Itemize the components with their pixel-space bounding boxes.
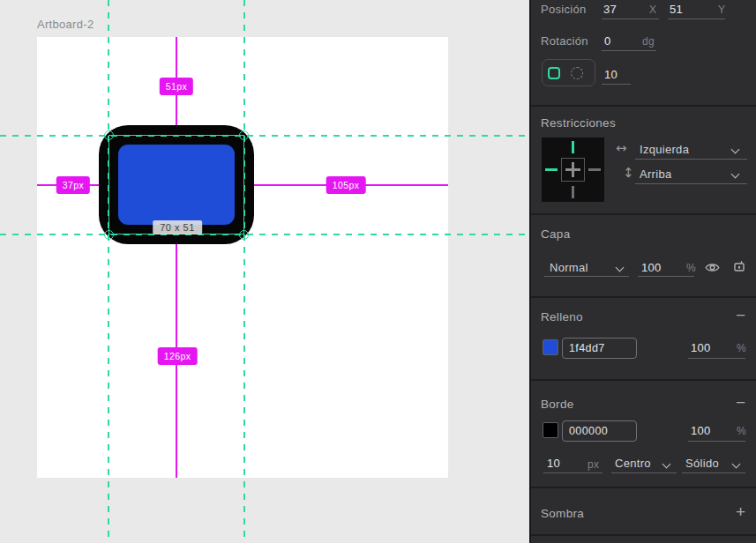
- rotation-label: Rotación: [541, 34, 588, 48]
- chevron-down-icon: [731, 170, 740, 179]
- snap-guide-left: [108, 0, 109, 543]
- chevron-down-icon: [731, 145, 740, 154]
- border-align-dropdown[interactable]: Centro: [615, 457, 651, 470]
- position-x-unit: X: [649, 4, 656, 16]
- independent-radius-icon[interactable]: [571, 67, 583, 79]
- constraints-widget[interactable]: [542, 138, 604, 202]
- unlock-icon[interactable]: [733, 258, 745, 272]
- selection-handle-bottom-right[interactable]: [239, 230, 249, 240]
- fill-hex-input[interactable]: 1f4dd7: [562, 338, 637, 359]
- measure-badge-right: 105px: [326, 176, 366, 194]
- uniform-radius-icon[interactable]: [548, 67, 560, 79]
- remove-border-button[interactable]: −: [736, 394, 745, 411]
- corner-radius-mode-group: [542, 59, 595, 86]
- chevron-down-icon: [732, 460, 741, 469]
- vertical-arrow-icon: ↕: [623, 165, 634, 181]
- snap-guide-bottom: [0, 234, 529, 235]
- properties-panel: Posición 37 X 51 Y Rotación 0 dg 10 Rest…: [529, 0, 756, 543]
- position-label: Posición: [541, 3, 587, 16]
- rotation-input[interactable]: 0: [604, 34, 611, 48]
- measure-badge-bottom: 126px: [158, 347, 198, 365]
- layer-opacity-unit: %: [686, 262, 696, 274]
- remove-fill-button[interactable]: −: [736, 307, 745, 324]
- constraint-bottom-tick[interactable]: [572, 186, 574, 198]
- border-width-input[interactable]: 10: [547, 457, 560, 470]
- border-width-unit: px: [588, 458, 599, 471]
- border-color-swatch[interactable]: [543, 422, 558, 438]
- layer-opacity-input[interactable]: 100: [641, 261, 662, 274]
- selection-handle-bottom-left[interactable]: [104, 230, 114, 240]
- blend-mode-dropdown[interactable]: Normal: [550, 261, 588, 274]
- canvas-area: Artboard-2 51px 37px 105px 126px 70 x 51: [0, 0, 529, 543]
- measure-badge-left: 37px: [56, 176, 90, 194]
- position-y-input[interactable]: 51: [670, 3, 683, 16]
- fill-opacity-unit: %: [737, 342, 746, 354]
- selection-handle-top-right[interactable]: [239, 130, 249, 140]
- chevron-down-icon: [662, 460, 671, 469]
- constraints-title: Restricciones: [541, 116, 616, 130]
- border-title: Borde: [541, 398, 574, 411]
- corner-radius-input[interactable]: 10: [604, 68, 618, 81]
- artboard[interactable]: [37, 37, 448, 478]
- snap-guide-right: [243, 0, 245, 543]
- fill-color-swatch[interactable]: [543, 339, 558, 355]
- constraint-top-tick[interactable]: [572, 141, 574, 153]
- shadow-title: Sombra: [541, 507, 584, 520]
- selection-handle-top-left[interactable]: [104, 130, 114, 140]
- position-y-unit: Y: [718, 4, 725, 16]
- fill-title: Relleno: [541, 310, 583, 324]
- snap-guide-top: [0, 135, 529, 137]
- border-opacity-unit: %: [737, 425, 746, 437]
- fill-opacity-input[interactable]: 100: [691, 341, 711, 354]
- artboard-label[interactable]: Artboard-2: [37, 18, 94, 31]
- border-style-dropdown[interactable]: Sólido: [685, 457, 719, 470]
- constraint-right-tick[interactable]: [588, 168, 601, 171]
- border-opacity-input[interactable]: 100: [691, 424, 711, 437]
- layer-title: Capa: [541, 227, 570, 241]
- size-badge: 70 x 51: [153, 220, 202, 234]
- chevron-down-icon: [616, 264, 625, 272]
- vertical-constraint-dropdown[interactable]: Arriba: [640, 167, 671, 181]
- horizontal-constraint-dropdown[interactable]: Izquierda: [640, 143, 689, 156]
- horizontal-arrow-icon: ↔: [616, 140, 627, 156]
- add-shadow-button[interactable]: +: [736, 503, 745, 520]
- measure-badge-top: 51px: [160, 78, 193, 95]
- position-x-input[interactable]: 37: [603, 3, 617, 16]
- eye-icon[interactable]: [705, 262, 720, 273]
- constraint-left-tick[interactable]: [545, 168, 558, 171]
- rotation-unit: dg: [642, 35, 655, 48]
- border-hex-input[interactable]: 000000: [562, 420, 637, 442]
